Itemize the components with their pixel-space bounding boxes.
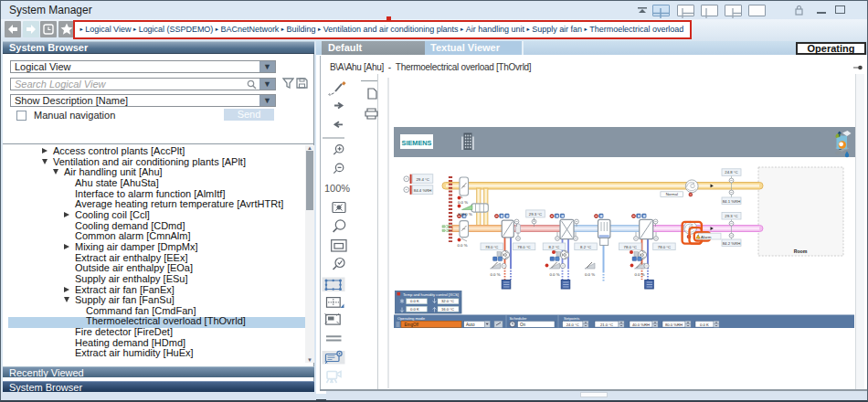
svg-text:29.3 °C: 29.3 °C [725, 214, 737, 218]
svg-text:On: On [520, 323, 526, 327]
svg-text:8.2 °C: 8.2 °C [580, 245, 591, 249]
svg-text:0.0 %: 0.0 % [550, 272, 560, 277]
svg-text:Temp and humidity control [XCS: Temp and humidity control [XCS] [403, 292, 459, 297]
svg-text:84.2 %RH: 84.2 %RH [723, 241, 741, 246]
svg-text:-100.0 %: -100.0 % [457, 212, 472, 217]
svg-text:Auto: Auto [466, 323, 475, 327]
svg-text:0.0 %: 0.0 % [635, 272, 645, 277]
svg-text:0.0 %: 0.0 % [585, 272, 595, 277]
svg-text:80.0 %RH: 80.0 %RH [665, 323, 683, 327]
svg-text:100%: 100% [324, 183, 350, 194]
svg-text:Normal: Normal [666, 192, 678, 196]
svg-text:0.0 K: 0.0 K [410, 299, 419, 303]
svg-text:Scheduler: Scheduler [510, 316, 527, 321]
svg-text:29.4 °C: 29.4 °C [416, 177, 429, 182]
svg-text:32.0 °C: 32.0 °C [441, 299, 454, 303]
svg-text:8.2 °C: 8.2 °C [548, 245, 559, 249]
svg-text:40.0 %RH: 40.0 %RH [632, 323, 650, 327]
svg-text:16.0 °C: 16.0 °C [441, 307, 454, 312]
svg-text:EmgOff: EmgOff [405, 323, 419, 327]
svg-text:84.4 %RH: 84.4 %RH [414, 188, 432, 193]
svg-text:Alarm: Alarm [701, 235, 712, 239]
svg-text:SIEMENS: SIEMENS [402, 139, 432, 147]
svg-text:Operating mode: Operating mode [397, 316, 426, 321]
svg-text:21.0 °C: 21.0 °C [600, 323, 613, 327]
svg-text:Room: Room [794, 249, 808, 254]
svg-text:78.0 °C: 78.0 °C [624, 245, 637, 249]
svg-text:84.1 %RH: 84.1 %RH [723, 199, 741, 204]
svg-text:0.0 K: 0.0 K [700, 323, 709, 327]
svg-text:78.0 °C: 78.0 °C [658, 245, 671, 249]
svg-text:0.0 %: 0.0 % [458, 200, 468, 205]
svg-text:24.8 °C: 24.8 °C [725, 170, 737, 175]
svg-text:78.0 °C: 78.0 °C [517, 245, 530, 249]
svg-text:24.0 °C: 24.0 °C [566, 323, 579, 327]
svg-text:0.0 %: 0.0 % [458, 243, 468, 248]
svg-text:29.3 °C: 29.3 °C [529, 212, 542, 217]
svg-text:78.0 °C: 78.0 °C [485, 245, 498, 249]
svg-text:Setpoints: Setpoints [564, 316, 579, 321]
svg-text:0.0 %: 0.0 % [491, 272, 501, 277]
svg-text:0.0 K: 0.0 K [410, 307, 419, 312]
